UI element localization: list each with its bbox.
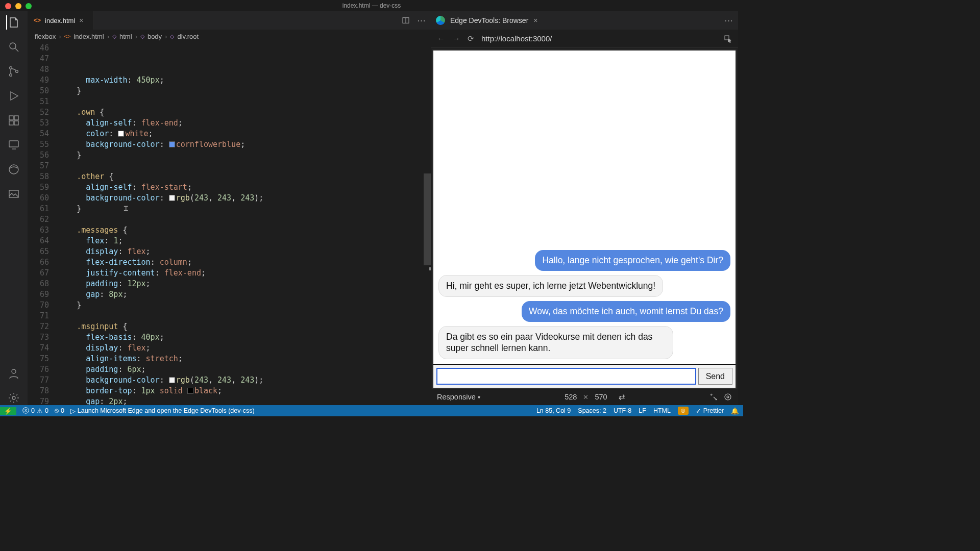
close-window-icon[interactable] <box>5 3 11 9</box>
minimize-window-icon[interactable] <box>15 3 21 9</box>
chat-app-root: Hallo, lange nicht gesprochen, wie geht'… <box>432 49 737 389</box>
tab-index-html[interactable]: <> index.html × <box>28 11 94 30</box>
chat-message-own: Wow, das möchte ich auch, womit lernst D… <box>522 301 730 322</box>
chat-input[interactable] <box>436 368 696 385</box>
responsive-mode-selector[interactable]: Responsive ▾ <box>437 393 480 401</box>
text-cursor-icon: ⌶ <box>124 203 128 214</box>
extensions-icon[interactable] <box>7 113 21 128</box>
browser-toolbar: ← → ⟳ http://localhost:3000/ <box>431 30 738 48</box>
element-icon: ◇ <box>140 33 144 40</box>
rotate-icon[interactable]: ⇄ <box>619 393 625 401</box>
breadcrumb-node[interactable]: html <box>119 33 132 40</box>
chat-message-other: Hi, mir geht es super, ich lerne jetzt W… <box>438 275 663 297</box>
chat-input-row: Send <box>433 364 736 388</box>
chevron-right-icon: › <box>135 33 137 40</box>
chevron-right-icon: › <box>107 33 109 40</box>
cursor-position[interactable]: Ln 85, Col 9 <box>536 407 571 414</box>
check-icon: ✓ <box>696 407 701 415</box>
maximize-window-icon[interactable] <box>26 3 32 9</box>
remote-indicator[interactable]: ⚡ <box>0 407 16 415</box>
chat-messages: Hallo, lange nicht gesprochen, wie geht'… <box>433 51 736 364</box>
minimap[interactable] <box>424 43 431 405</box>
status-bar: ⚡ ⓧ0 ⚠0 ⎋0 ▷ Launch Microsoft Edge and o… <box>0 405 743 416</box>
source-control-icon[interactable] <box>7 64 21 79</box>
svg-rect-5 <box>14 116 18 120</box>
element-icon: ◇ <box>170 33 174 40</box>
emulation-settings-icon[interactable] <box>724 393 732 401</box>
svg-rect-6 <box>9 121 13 125</box>
image-preview-icon[interactable] <box>7 187 21 201</box>
edge-tools-icon[interactable] <box>7 162 21 177</box>
chevron-down-icon: ▾ <box>478 394 480 400</box>
send-button[interactable]: Send <box>698 368 732 385</box>
svg-point-12 <box>12 396 15 399</box>
accounts-icon[interactable] <box>7 366 21 381</box>
emulation-options-icon[interactable] <box>709 393 718 401</box>
devtools-panel: Edge DevTools: Browser × ⋯ ← → ⟳ http://… <box>431 11 738 405</box>
launch-message[interactable]: ▷ Launch Microsoft Edge and open the Edg… <box>70 407 255 415</box>
notifications-icon[interactable]: 🔔 <box>731 407 739 415</box>
indentation-status[interactable]: Spaces: 2 <box>578 407 606 414</box>
chevron-right-icon: › <box>165 33 167 40</box>
svg-rect-8 <box>9 141 18 147</box>
viewport-height[interactable]: 570 <box>595 393 607 401</box>
launch-message-text: Launch Microsoft Edge and open the Edge … <box>78 407 255 414</box>
split-editor-icon[interactable] <box>402 16 410 24</box>
more-actions-icon[interactable]: ⋯ <box>724 15 733 26</box>
inspect-element-icon[interactable] <box>724 35 732 43</box>
svg-rect-10 <box>9 190 18 197</box>
activity-bar <box>0 11 28 405</box>
breadcrumb-file[interactable]: index.html <box>74 33 104 40</box>
close-tab-icon[interactable]: × <box>533 16 537 24</box>
window-title: index.html — dev-css <box>0 0 743 11</box>
edge-browser-icon <box>436 16 445 25</box>
settings-gear-icon[interactable] <box>7 391 21 405</box>
nav-forward-icon[interactable]: → <box>452 34 460 43</box>
svg-point-11 <box>12 369 16 373</box>
nav-back-icon[interactable]: ← <box>437 34 445 43</box>
more-actions-icon[interactable]: ⋯ <box>417 15 426 26</box>
search-icon[interactable] <box>7 40 21 54</box>
eol-status[interactable]: LF <box>639 407 646 414</box>
breadcrumb[interactable]: flexbox › <> index.html › ◇ html › ◇ bod… <box>28 30 431 43</box>
feedback-icon[interactable]: ☺ <box>678 407 689 415</box>
breadcrumb-folder[interactable]: flexbox <box>35 33 56 40</box>
viewport-width[interactable]: 528 <box>565 393 577 401</box>
url-field[interactable]: http://localhost:3000/ <box>481 34 717 43</box>
html-file-icon: <> <box>64 33 71 39</box>
breadcrumb-node[interactable]: body <box>148 33 162 40</box>
window-controls[interactable] <box>5 3 32 9</box>
close-tab-icon[interactable]: × <box>79 16 83 24</box>
tab-filename: index.html <box>45 17 75 24</box>
chat-message-own: Hallo, lange nicht gesprochen, wie geht'… <box>535 250 730 271</box>
responsive-mode-label: Responsive <box>437 393 476 401</box>
error-count: 0 <box>31 407 35 414</box>
remote-explorer-icon[interactable] <box>7 138 21 152</box>
svg-rect-7 <box>14 121 18 125</box>
language-mode[interactable]: HTML <box>653 407 671 414</box>
remote-icon: ⚡ <box>4 407 12 415</box>
svg-point-15 <box>725 394 731 400</box>
svg-point-16 <box>727 396 729 398</box>
chevron-right-icon: › <box>59 33 61 40</box>
code-editor[interactable]: 4647484950515253545556575859606162636465… <box>28 43 431 405</box>
broadcast-icon: ⎋ <box>55 407 59 414</box>
warning-icon: ⚠ <box>37 407 43 415</box>
problems-status[interactable]: ⓧ0 ⚠0 <box>22 407 48 415</box>
prettier-status[interactable]: ✓ Prettier <box>696 407 724 415</box>
dimension-x-icon: ✕ <box>583 393 589 401</box>
html-file-icon: <> <box>34 17 41 24</box>
explorer-icon[interactable] <box>6 15 20 30</box>
ports-status[interactable]: ⎋0 <box>55 407 64 414</box>
code-content[interactable]: ⌶ max-width: 450px; } .own { align-self:… <box>58 43 431 405</box>
editor-group: <> index.html × ⋯ flexbox › <> index.htm… <box>28 11 431 405</box>
devtools-tab-title[interactable]: Edge DevTools: Browser <box>450 16 528 24</box>
chat-message-other: Da gibt es so ein paar Videokurse mit de… <box>438 326 673 360</box>
devtools-tab-row: Edge DevTools: Browser × ⋯ <box>431 11 738 30</box>
run-debug-icon[interactable] <box>7 89 21 103</box>
reload-icon[interactable]: ⟳ <box>468 34 474 43</box>
breadcrumb-node[interactable]: div.root <box>177 33 199 40</box>
prettier-label: Prettier <box>703 407 724 414</box>
minimap-viewport[interactable] <box>424 173 431 265</box>
encoding-status[interactable]: UTF-8 <box>614 407 631 414</box>
